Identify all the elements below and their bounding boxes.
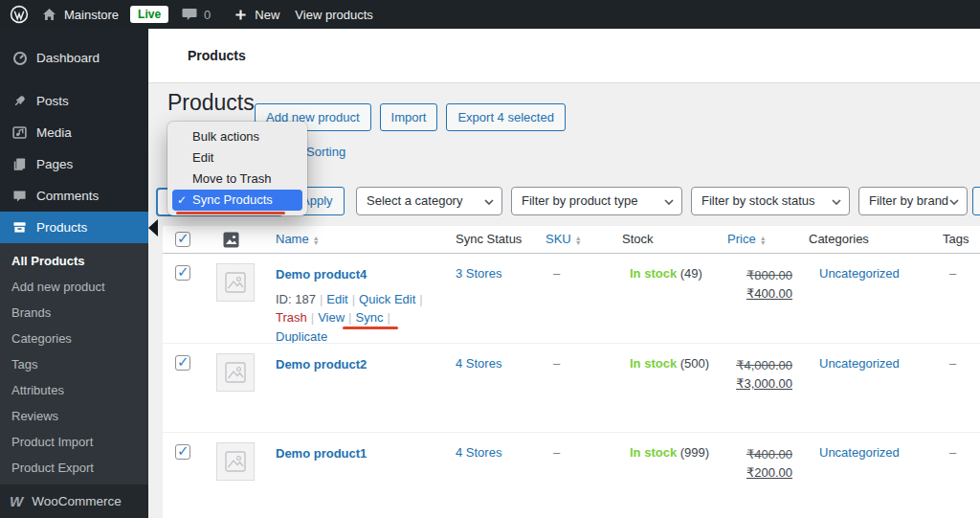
sku-value: –: [553, 266, 560, 281]
content-top-bar: Products: [148, 29, 980, 83]
table-row: ✓ Demo product2 4 Stores – In stock (500…: [163, 343, 980, 432]
view-products-link[interactable]: View products: [295, 8, 372, 22]
row-id: ID: 187: [276, 292, 316, 306]
price-cell: ₹800.00₹400.00: [699, 266, 792, 303]
home-icon[interactable]: [42, 8, 56, 21]
bulk-option-edit[interactable]: Edit: [172, 147, 302, 169]
product-name-link[interactable]: Demo product1: [276, 446, 367, 461]
category-filter-value: Select a category: [367, 193, 462, 208]
new-menu-link[interactable]: New: [255, 8, 279, 22]
stock-status-filter-select[interactable]: Filter by stock status: [691, 187, 850, 215]
import-button[interactable]: Import: [380, 103, 438, 131]
content-bar-title: Products: [188, 29, 246, 82]
submenu-add-new-product[interactable]: Add new product: [0, 274, 148, 300]
posts-icon: [11, 94, 28, 108]
sidebar-item-posts[interactable]: Posts: [0, 85, 148, 117]
bulk-option-bulk-actions[interactable]: Bulk actions: [172, 126, 302, 147]
select-all-checkbox[interactable]: ✓: [175, 232, 190, 250]
category-link[interactable]: Uncategorized: [819, 445, 900, 460]
sku-value: –: [553, 356, 560, 371]
column-header-sku[interactable]: SKU▲▼: [546, 232, 582, 246]
submenu-product-import[interactable]: Product Import: [0, 429, 148, 455]
submenu-brands[interactable]: Brands: [0, 300, 148, 326]
product-type-filter-select[interactable]: Filter by product type: [511, 187, 682, 215]
check-icon: ✓: [177, 442, 189, 460]
stock-cell: In stock (49): [630, 266, 702, 281]
product-name-link[interactable]: Demo product2: [276, 357, 367, 372]
sidebar-label: Products: [36, 220, 87, 235]
sidebar-label: Comments: [36, 189, 99, 203]
export-selected-button[interactable]: Export 4 selected: [446, 103, 565, 131]
products-submenu: All Products Add new product Brands Cate…: [0, 243, 148, 484]
sync-status-link[interactable]: 4 Stores: [456, 445, 501, 460]
product-thumbnail: [216, 442, 255, 481]
sidebar-item-media[interactable]: Media: [0, 117, 148, 148]
pages-icon: [11, 157, 28, 171]
image-placeholder-icon: [225, 451, 246, 472]
view-link[interactable]: View: [318, 310, 345, 325]
admin-top-bar: Mainstore Live 0 New View products: [0, 0, 980, 29]
row-checkbox[interactable]: ✓: [175, 265, 190, 283]
wordpress-logo-icon[interactable]: [10, 5, 29, 24]
admin-sidebar: Dashboard Posts Media Pages Comments: [0, 29, 148, 518]
column-header-price[interactable]: Price▲▼: [727, 232, 767, 246]
submenu-product-export[interactable]: Product Export: [0, 455, 148, 481]
sort-arrows-icon: ▲▼: [313, 236, 320, 245]
check-icon: ✓: [177, 230, 189, 247]
products-table: ✓ Name▲▼ Sync Status SKU▲▼ Stock Price▲▼…: [163, 226, 980, 518]
sidebar-item-woocommerce[interactable]: W WooCommerce: [0, 484, 148, 518]
product-thumbnail: [216, 263, 255, 302]
sidebar-item-dashboard[interactable]: Dashboard: [0, 42, 148, 74]
filter-button-partial[interactable]: [972, 187, 980, 215]
media-icon: [11, 125, 28, 140]
submenu-reviews[interactable]: Reviews: [0, 403, 148, 429]
check-icon: ✓: [177, 353, 189, 371]
submenu-all-products[interactable]: All Products: [0, 248, 148, 274]
sidebar-item-comments[interactable]: Comments: [0, 180, 148, 212]
stock-cell: In stock (999): [630, 445, 709, 460]
regular-price: ₹4,000.00: [699, 356, 792, 374]
submenu-attributes[interactable]: Attributes: [0, 377, 148, 403]
submenu-tags[interactable]: Tags: [0, 351, 148, 377]
sidebar-item-pages[interactable]: Pages: [0, 148, 148, 180]
tags-value: –: [949, 266, 956, 281]
row-checkbox[interactable]: ✓: [175, 355, 190, 373]
edit-link[interactable]: Edit: [326, 292, 347, 306]
sync-link[interactable]: Sync: [355, 310, 383, 325]
page-title: Products: [167, 90, 255, 116]
bulk-option-move-to-trash[interactable]: Move to Trash: [172, 169, 302, 190]
row-actions: ID: 187|Edit|Quick Edit| Trash|View|Sync…: [276, 290, 457, 347]
quick-edit-link[interactable]: Quick Edit: [359, 292, 415, 306]
product-name-cell: Demo product1: [276, 444, 457, 463]
brand-filter-select[interactable]: Filter by brand: [858, 187, 968, 215]
comment-bubble-icon[interactable]: [182, 8, 197, 21]
category-link[interactable]: Uncategorized: [819, 266, 900, 281]
sidebar-item-products[interactable]: Products: [0, 212, 148, 243]
duplicate-link[interactable]: Duplicate: [276, 329, 327, 344]
regular-price: ₹400.00: [699, 445, 792, 463]
submenu-categories[interactable]: Categories: [0, 326, 148, 351]
product-name-link[interactable]: Demo product4: [276, 267, 367, 282]
trash-link[interactable]: Trash: [276, 310, 307, 325]
product-thumbnail: [216, 353, 255, 392]
sort-arrows-icon: ▲▼: [760, 236, 767, 245]
sorting-link[interactable]: Sorting: [306, 145, 345, 159]
wordpress-admin-screen: Mainstore Live 0 New View products Dashb…: [0, 0, 980, 518]
sync-status-link[interactable]: 4 Stores: [456, 356, 501, 371]
site-name-link[interactable]: Mainstore: [64, 8, 119, 22]
check-icon: ✓: [177, 263, 189, 281]
category-filter-select[interactable]: Select a category: [356, 187, 502, 215]
row-checkbox[interactable]: ✓: [175, 444, 190, 462]
category-link[interactable]: Uncategorized: [819, 356, 900, 371]
bulk-option-sync-products[interactable]: ✓ Sync Products: [172, 190, 302, 211]
chevron-down-icon: [832, 199, 841, 205]
woocommerce-icon: W: [10, 493, 23, 509]
sale-price: ₹3,000.00: [699, 374, 792, 393]
product-name-cell: Demo product2: [276, 355, 457, 374]
tags-value: –: [949, 445, 956, 460]
plus-icon[interactable]: [234, 9, 247, 21]
bulk-actions-dropdown: Bulk actions Edit Move to Trash ✓ Sync P…: [167, 122, 307, 215]
comment-count[interactable]: 0: [204, 8, 211, 22]
column-header-name[interactable]: Name▲▼: [276, 232, 320, 246]
sync-status-link[interactable]: 3 Stores: [456, 266, 501, 281]
